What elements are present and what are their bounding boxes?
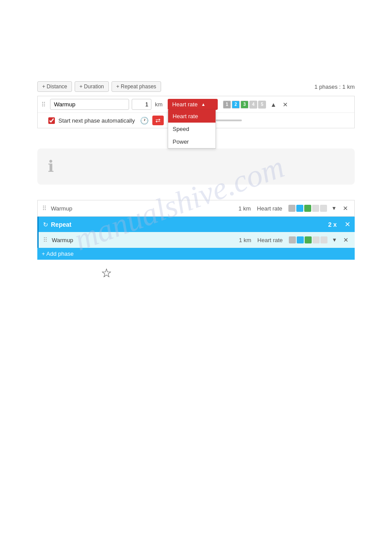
repeat-count: 2 x [328, 221, 337, 228]
dropdown-selected-label: Heart rate [172, 101, 198, 108]
repeat-icon: ↻ [43, 221, 48, 228]
warmup-sub-zones [289, 236, 327, 243]
unit-label: km [155, 101, 162, 108]
mini-zone-1[interactable] [288, 205, 295, 212]
dropdown-arrow-icon: ▲ [201, 102, 205, 107]
warmup-header-drag-handle[interactable]: ⠿ [42, 205, 47, 212]
sub-mini-zone-4[interactable] [313, 236, 320, 243]
repeat-label: Repeat [51, 221, 72, 228]
clock-icon-button[interactable]: 🕐 [140, 116, 149, 125]
warmup-sub-distance: 1 km [239, 237, 251, 243]
zone-indicators: 1 2 3 4 5 [223, 101, 266, 109]
add-duration-button[interactable]: + Duration [75, 81, 109, 92]
metric-dropdown-wrapper: Heart rate ▲ Heart rate Speed Power [168, 99, 218, 110]
warmup-header-metric: Heart rate [257, 205, 282, 212]
info-box: ℹ [37, 149, 355, 185]
dropdown-item-heartrate[interactable]: Heart rate [168, 110, 216, 123]
warmup-header-distance: 1 km [238, 205, 251, 212]
warmup-sub-dropdown-btn[interactable]: ▼ [330, 236, 339, 244]
mini-zone-4[interactable] [312, 205, 319, 212]
zone-5-indicator[interactable]: 5 [258, 101, 266, 109]
sub-mini-zone-2[interactable] [297, 236, 304, 243]
dropdown-item-speed[interactable]: Speed [168, 123, 216, 135]
drag-handle-icon[interactable]: ⠿ [41, 101, 46, 108]
toolbar-buttons: + Distance + Duration + Repeat phases [37, 81, 161, 92]
warmup-header-row: ⠿ Warmup 1 km Heart rate ▼ ✕ [37, 200, 355, 217]
warmup-header-dropdown-btn[interactable]: ▼ [330, 204, 338, 212]
repeat-row: ↻ Repeat 2 x ✕ [37, 217, 355, 232]
mini-zone-5[interactable] [320, 205, 327, 212]
warmup-header-name: Warmup [51, 205, 72, 212]
warmup-sub-close-btn[interactable]: ✕ [342, 236, 350, 244]
sub-mini-zone-1[interactable] [289, 236, 296, 243]
info-icon: ℹ [48, 157, 54, 176]
add-phase-button[interactable]: + Add phase [42, 250, 74, 257]
warmup-header-close-btn[interactable]: ✕ [341, 204, 350, 213]
mini-zone-3[interactable] [304, 205, 311, 212]
sub-mini-zone-5[interactable] [320, 236, 327, 243]
dropdown-item-power[interactable]: Power [168, 135, 216, 148]
delete-phase-button[interactable]: ✕ [281, 100, 290, 109]
top-toolbar: + Distance + Duration + Repeat phases 1 … [37, 81, 355, 92]
distance-input[interactable] [132, 99, 151, 110]
metric-dropdown-menu: Heart rate Speed Power [168, 110, 216, 149]
add-distance-button[interactable]: + Distance [37, 81, 72, 92]
warmup-header-zones [288, 205, 327, 212]
repeat-close-btn[interactable]: ✕ [345, 220, 350, 229]
warmup-sub-name: Warmup [52, 237, 73, 243]
warmup-sub-drag-handle[interactable]: ⠿ [43, 236, 47, 243]
auto-start-label: Start next phase automatically [58, 117, 135, 124]
add-phase-row: + Add phase [37, 248, 355, 260]
metric-dropdown-selected[interactable]: Heart rate ▲ [168, 99, 218, 110]
zone-1-indicator[interactable]: 1 [223, 101, 231, 109]
warmup-sub-row: ⠿ Warmup 1 km Heart rate ▼ ✕ [37, 232, 355, 248]
phase-name-input[interactable] [50, 99, 129, 110]
phase-container: ⠿ km Heart rate ▲ Heart rate Speed Power… [37, 96, 355, 128]
star-area: ☆ [101, 266, 112, 280]
add-repeat-button[interactable]: + Repeat phases [111, 81, 161, 92]
mini-zone-2[interactable] [296, 205, 303, 212]
auto-start-checkbox[interactable] [48, 117, 55, 124]
sub-mini-zone-3[interactable] [305, 236, 312, 243]
star-icon[interactable]: ☆ [101, 266, 112, 280]
zone-2-indicator[interactable]: 2 [232, 101, 240, 109]
warmup-sub-metric: Heart rate [257, 237, 283, 243]
phase-row: ⠿ km Heart rate ▲ Heart rate Speed Power… [38, 96, 354, 113]
swap-icon-button[interactable]: ⇄ [152, 116, 164, 125]
move-up-button[interactable]: ▲ [269, 100, 278, 109]
bottom-section: ⠿ Warmup 1 km Heart rate ▼ ✕ ↻ Repeat 2 … [37, 200, 355, 260]
phases-info: 1 phases : 1 km [314, 83, 355, 90]
zone-4-indicator[interactable]: 4 [249, 101, 257, 109]
zone-3-indicator[interactable]: 3 [241, 101, 248, 109]
